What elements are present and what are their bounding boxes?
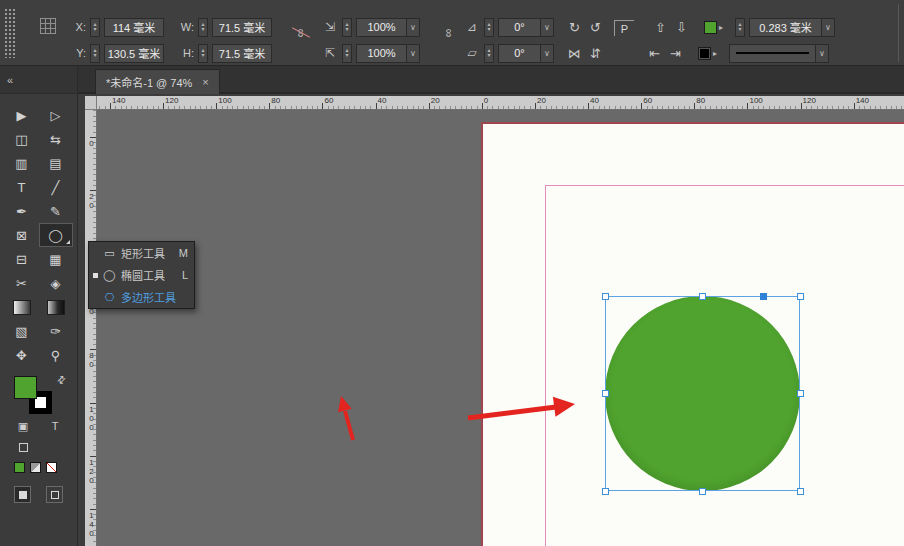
stroke-weight-spinner[interactable]: ▴▾	[735, 18, 745, 37]
frame-tool[interactable]: ⊠	[5, 223, 39, 247]
pencil-tool[interactable]: ✎	[39, 199, 73, 223]
w-input[interactable]: 71.5 毫米	[212, 18, 272, 37]
w-spinner[interactable]: ▴▾	[198, 18, 208, 37]
preview-mode-button[interactable]	[46, 486, 63, 503]
rotate-ccw-button[interactable]: ↺	[587, 20, 604, 35]
stroke-weight-select[interactable]: 0.283 毫米∨	[749, 18, 835, 37]
panel-drag-dots[interactable]	[4, 8, 17, 58]
h-ruler[interactable]: 14012010080604020020406080100120140	[97, 96, 904, 110]
shear-spinner[interactable]: ▴▾	[484, 44, 494, 63]
pen-tool-icon: ✒	[16, 205, 27, 218]
tools-panel-header[interactable]: «	[0, 66, 77, 94]
h-input[interactable]: 71.5 毫米	[212, 44, 272, 63]
page-tool[interactable]: ◫	[5, 127, 39, 151]
chevron-down-icon: ∨	[406, 19, 419, 36]
y-input[interactable]: 130.5 毫米	[104, 44, 164, 63]
flyout-item-ellipse-tool[interactable]: ◯ 椭圆工具 L	[89, 264, 194, 286]
flyout-item-polygon-tool[interactable]: ⎔ 多边形工具	[89, 286, 194, 308]
formatting-affects-container-button[interactable]: ▣	[14, 417, 32, 435]
fit-left-button[interactable]: ⇤	[646, 46, 663, 61]
type-tool[interactable]: T	[5, 175, 39, 199]
spinner-down-icon[interactable]: ▾	[93, 53, 96, 58]
spinner-down-icon[interactable]: ▾	[345, 53, 348, 58]
selection-tool[interactable]: ▶	[5, 103, 39, 127]
toolbar-fill-swatch[interactable]	[14, 376, 37, 399]
rotation-spinner[interactable]: ▴▾	[484, 18, 494, 37]
ruler-number: 60	[643, 96, 652, 105]
distribute-up-button[interactable]: ⇧	[652, 20, 669, 35]
v-ruler[interactable]: 020406080100120140	[85, 110, 97, 546]
zoom-tool[interactable]: ⚲	[39, 343, 73, 367]
fit-right-button[interactable]: ⇥	[667, 46, 684, 61]
scale-x-value: 100%	[357, 21, 406, 33]
ruler-corner[interactable]	[85, 96, 97, 110]
spinner-down-icon[interactable]: ▾	[345, 27, 348, 32]
fill-color-swatch[interactable]	[704, 21, 717, 34]
spinner-down-icon[interactable]: ▾	[739, 27, 742, 32]
formatting-affects-text-button[interactable]: T	[46, 417, 64, 435]
x-input[interactable]: 114 毫米	[104, 18, 164, 37]
note-tool[interactable]: ▧	[5, 319, 39, 343]
content-placer-tool[interactable]: ▤	[39, 151, 73, 175]
line-tool[interactable]: ╱	[39, 175, 73, 199]
spinner-down-icon[interactable]: ▾	[201, 53, 204, 58]
ruler-number: 100	[749, 96, 762, 105]
h-label: H:	[178, 47, 194, 59]
scale-y-select[interactable]: 100%∨	[356, 44, 420, 63]
rotate-cw-button[interactable]: ↻	[566, 20, 583, 35]
x-spinner[interactable]: ▴▾	[90, 18, 100, 37]
document-tab[interactable]: *未命名-1 @ 74% ×	[95, 69, 220, 94]
scale-y-spinner[interactable]: ▴▾	[342, 44, 352, 63]
ruler-number: 20	[86, 192, 96, 210]
close-tab-icon[interactable]: ×	[202, 76, 208, 88]
scissors-tool[interactable]: ✂	[5, 271, 39, 295]
flip-horizontal-button[interactable]: ⋈	[566, 46, 583, 61]
pen-tool[interactable]: ✒	[5, 199, 39, 223]
collapse-panel-icon[interactable]: «	[7, 74, 13, 86]
gradient-tool[interactable]	[5, 295, 39, 319]
spinner-down-icon[interactable]: ▾	[487, 53, 490, 58]
fill-color-control[interactable]: ▸	[704, 21, 723, 34]
default-fill-stroke-button[interactable]	[14, 438, 32, 456]
stroke-color-control[interactable]: ▸	[698, 47, 717, 60]
apply-gradient-button[interactable]	[30, 462, 41, 473]
stroke-type-preview	[736, 52, 809, 54]
frame-grid-tool[interactable]: ▦	[39, 247, 73, 271]
scale-x-select[interactable]: 100%∨	[356, 18, 420, 37]
stroke-color-swatch[interactable]	[698, 47, 711, 60]
flyout-item-label: 多边形工具	[121, 289, 184, 305]
table-tool[interactable]: ⊟	[5, 247, 39, 271]
direct-selection-tool[interactable]: ▷	[39, 103, 73, 127]
gradient-feather-tool[interactable]	[39, 295, 73, 319]
reference-point-button[interactable]: P	[614, 20, 634, 36]
rotation-select[interactable]: 0°∨	[498, 18, 554, 37]
distribute-down-button[interactable]: ⇩	[673, 20, 690, 35]
current-tool-marker	[93, 273, 98, 278]
spinner-down-icon[interactable]: ▾	[487, 27, 490, 32]
free-transform-tool[interactable]: ◈	[39, 271, 73, 295]
ellipse-icon: ◯	[102, 269, 117, 282]
eyedropper-tool[interactable]: ✑	[39, 319, 73, 343]
apply-none-button[interactable]	[46, 462, 57, 473]
reference-point-proxy[interactable]	[40, 18, 56, 34]
document-canvas[interactable]	[97, 110, 904, 546]
content-collector-tool[interactable]: ▥	[5, 151, 39, 175]
y-spinner[interactable]: ▴▾	[90, 44, 100, 63]
ruler-number: 80	[696, 96, 705, 105]
ellipse-tool[interactable]: ◯	[39, 223, 73, 247]
normal-view-mode-button[interactable]	[14, 486, 31, 503]
gap-tool[interactable]: ⇆	[39, 127, 73, 151]
h-spinner[interactable]: ▴▾	[198, 44, 208, 63]
scale-x-spinner[interactable]: ▴▾	[342, 18, 352, 37]
flip-vertical-button[interactable]: ⇵	[587, 46, 604, 61]
spinner-down-icon[interactable]: ▾	[93, 27, 96, 32]
ruler-number: 120	[803, 96, 816, 105]
shear-select[interactable]: 0°∨	[498, 44, 554, 63]
swap-fill-stroke-icon[interactable]: ⇄	[54, 373, 68, 387]
flyout-item-rectangle-tool[interactable]: ▭ 矩形工具 M	[89, 242, 194, 264]
apply-color-button[interactable]	[14, 462, 25, 473]
hand-tool[interactable]: ✥	[5, 343, 39, 367]
annotation-arrows	[97, 110, 904, 546]
stroke-type-select[interactable]: ∨	[729, 44, 829, 63]
spinner-down-icon[interactable]: ▾	[201, 27, 204, 32]
